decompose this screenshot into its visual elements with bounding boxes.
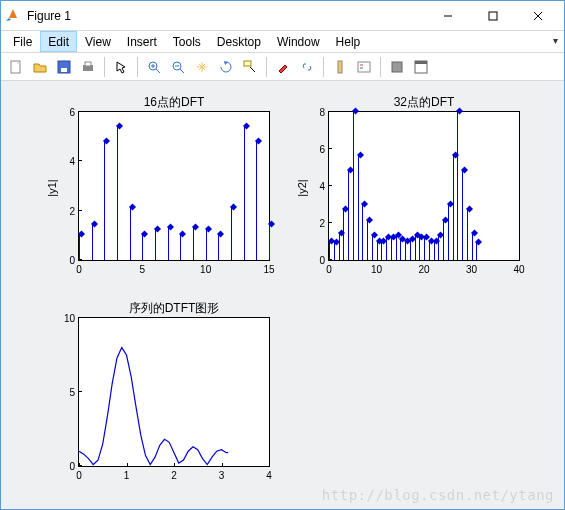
- new-icon[interactable]: [5, 56, 27, 78]
- y-tick-label: 2: [307, 218, 325, 229]
- y-tick-label: 5: [57, 387, 75, 398]
- separator: [137, 57, 138, 77]
- svg-rect-11: [85, 62, 91, 66]
- link-icon[interactable]: [296, 56, 318, 78]
- stem: [367, 221, 368, 260]
- menu-item-help[interactable]: Help: [328, 31, 369, 52]
- stem: [329, 242, 330, 261]
- stem: [104, 142, 105, 260]
- y-tick-label: 6: [307, 144, 325, 155]
- colorbar-icon[interactable]: [329, 56, 351, 78]
- close-button[interactable]: [515, 2, 560, 30]
- svg-rect-28: [415, 61, 427, 64]
- stem: [453, 156, 454, 260]
- stem: [79, 235, 80, 260]
- stem: [410, 240, 411, 260]
- minimize-button[interactable]: [425, 2, 470, 30]
- stem: [269, 225, 270, 260]
- legend-icon[interactable]: [353, 56, 375, 78]
- menu-item-file[interactable]: File: [5, 31, 40, 52]
- stem: [434, 242, 435, 261]
- stem: [92, 225, 93, 260]
- stem: [424, 238, 425, 260]
- stem: [472, 234, 473, 260]
- title-bar: Figure 1: [1, 1, 564, 31]
- stem: [415, 236, 416, 260]
- x-tick-label: 5: [140, 264, 146, 275]
- stem: [405, 242, 406, 261]
- svg-rect-26: [392, 62, 402, 72]
- menu-item-insert[interactable]: Insert: [119, 31, 165, 52]
- stem: [155, 230, 156, 260]
- stem: [358, 156, 359, 260]
- stem: [381, 242, 382, 261]
- menu-bar: FileEditViewInsertToolsDesktopWindowHelp…: [1, 31, 564, 53]
- stem: [377, 242, 378, 261]
- stem: [339, 234, 340, 260]
- zoom-in-icon[interactable]: [143, 56, 165, 78]
- dock-icon[interactable]: [410, 56, 432, 78]
- y-tick-label: 4: [57, 156, 75, 167]
- menu-item-desktop[interactable]: Desktop: [209, 31, 269, 52]
- y-tick-label: 10: [57, 313, 75, 324]
- stem: [476, 243, 477, 260]
- x-tick-label: 20: [418, 264, 429, 275]
- svg-rect-3: [489, 12, 497, 20]
- hide-tools-icon[interactable]: [386, 56, 408, 78]
- matlab-logo-icon: [5, 8, 21, 24]
- menu-item-edit[interactable]: Edit: [40, 31, 77, 52]
- pointer-icon[interactable]: [110, 56, 132, 78]
- stem: [218, 235, 219, 260]
- stem: [429, 242, 430, 261]
- menu-item-window[interactable]: Window: [269, 31, 328, 52]
- zoom-out-icon[interactable]: [167, 56, 189, 78]
- y-tick-label: 0: [57, 461, 75, 472]
- stem-marker: [361, 200, 368, 207]
- axes-title: 序列的DTFT图形: [79, 300, 269, 317]
- maximize-button[interactable]: [470, 2, 515, 30]
- x-tick-label: 10: [200, 264, 211, 275]
- stem: [117, 127, 118, 260]
- x-tick-label: 4: [266, 470, 272, 481]
- x-tick-label: 40: [513, 264, 524, 275]
- data-cursor-icon[interactable]: [239, 56, 261, 78]
- stem-marker: [103, 137, 110, 144]
- separator: [266, 57, 267, 77]
- menu-item-tools[interactable]: Tools: [165, 31, 209, 52]
- y-tick-label: 0: [307, 255, 325, 266]
- stem: [343, 210, 344, 260]
- svg-marker-19: [224, 61, 228, 65]
- x-tick-label: 2: [171, 470, 177, 481]
- axes-dtft[interactable]: 序列的DTFT图形 012340510: [78, 317, 270, 467]
- figure-canvas: 16点的DFT |y1| 0510150246 32点的DFT |y2| 010…: [1, 81, 564, 509]
- separator: [380, 57, 381, 77]
- y-tick-label: 6: [57, 107, 75, 118]
- svg-rect-22: [338, 61, 342, 73]
- stem: [443, 221, 444, 260]
- dock-dropdown-icon[interactable]: ▾: [553, 35, 558, 46]
- stem: [419, 238, 420, 260]
- pan-icon[interactable]: [191, 56, 213, 78]
- x-tick-label: 0: [76, 470, 82, 481]
- stem: [353, 112, 354, 260]
- stem: [244, 127, 245, 260]
- x-tick-label: 0: [76, 264, 82, 275]
- separator: [323, 57, 324, 77]
- brush-icon[interactable]: [272, 56, 294, 78]
- menu-item-view[interactable]: View: [77, 31, 119, 52]
- stem: [457, 112, 458, 260]
- axes-dft32[interactable]: 32点的DFT |y2| 01020304002468: [328, 111, 520, 261]
- axes-dft16[interactable]: 16点的DFT |y1| 0510150246: [78, 111, 270, 261]
- stem: [396, 236, 397, 260]
- svg-line-17: [180, 69, 184, 73]
- open-icon[interactable]: [29, 56, 51, 78]
- svg-rect-20: [244, 61, 251, 66]
- print-icon[interactable]: [77, 56, 99, 78]
- x-tick-label: 0: [326, 264, 332, 275]
- rotate-icon[interactable]: [215, 56, 237, 78]
- save-icon[interactable]: [53, 56, 75, 78]
- stem: [130, 208, 131, 260]
- y-axis-label: |y2|: [296, 179, 308, 196]
- stem: [372, 236, 373, 260]
- watermark-text: http://blog.csdn.net/ytang: [322, 487, 554, 503]
